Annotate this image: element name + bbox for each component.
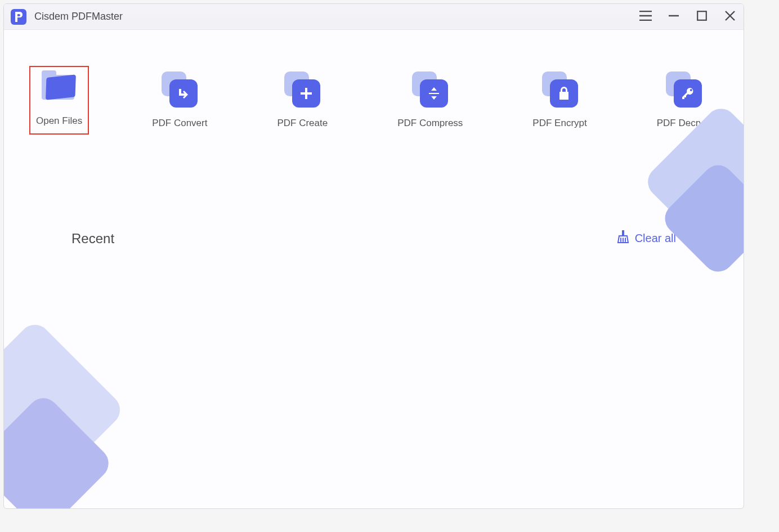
minimize-icon (668, 10, 679, 24)
key-icon (666, 71, 702, 108)
maximize-icon (697, 11, 707, 23)
clear-all-label: Clear all (635, 232, 676, 245)
action-label: PDF Encrypt (532, 118, 587, 129)
recent-heading: Recent (71, 231, 114, 247)
hamburger-icon (639, 11, 652, 23)
action-label: PDF Convert (152, 118, 207, 129)
action-open-files[interactable]: Open Files (29, 66, 89, 135)
action-row: Open Files PDF Convert (4, 30, 744, 135)
svg-rect-0 (697, 11, 706, 20)
close-icon (724, 10, 736, 24)
convert-icon (162, 71, 198, 108)
action-label: PDF Compress (397, 118, 463, 129)
maximize-button[interactable] (695, 10, 709, 24)
plus-icon (284, 71, 320, 108)
action-pdf-compress[interactable]: PDF Compress (391, 66, 469, 135)
folder-open-icon (39, 71, 79, 105)
clear-all-button[interactable]: Clear all (617, 230, 676, 247)
app-title: Cisdem PDFMaster (34, 11, 123, 23)
app-window: Cisdem PDFMaster (3, 3, 744, 509)
action-label: PDF Create (277, 118, 328, 129)
action-pdf-create[interactable]: PDF Create (270, 66, 334, 135)
app-logo-icon (11, 9, 26, 25)
menu-button[interactable] (639, 10, 652, 24)
content-area: Open Files PDF Convert (4, 30, 744, 508)
recent-section: Recent Clear all (71, 230, 676, 247)
action-pdf-convert[interactable]: PDF Convert (145, 66, 214, 135)
window-controls (639, 10, 737, 24)
titlebar: Cisdem PDFMaster (4, 4, 744, 30)
action-pdf-encrypt[interactable]: PDF Encrypt (526, 66, 593, 135)
broom-icon (617, 230, 629, 247)
compress-icon (412, 71, 448, 108)
lock-icon (542, 71, 578, 108)
action-label: Open Files (36, 115, 82, 127)
minimize-button[interactable] (667, 10, 680, 24)
close-button[interactable] (723, 10, 737, 24)
